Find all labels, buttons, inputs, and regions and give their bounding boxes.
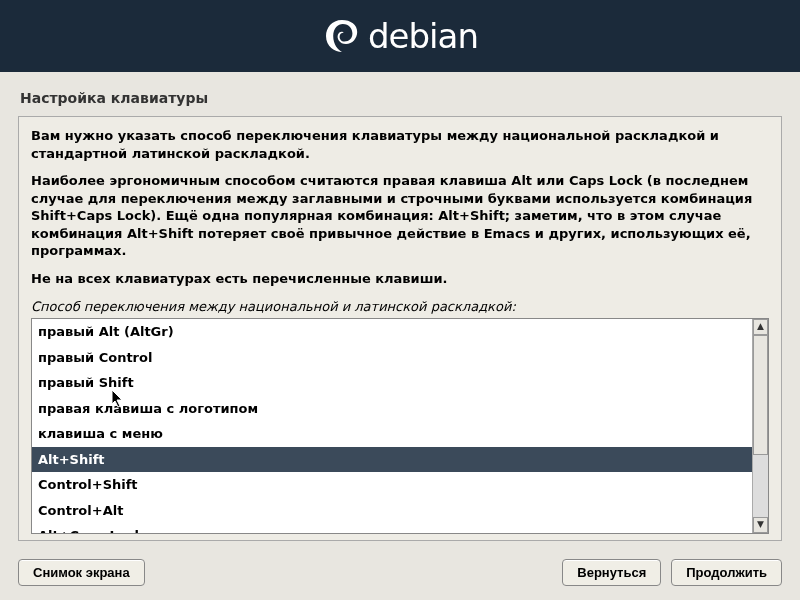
option-list[interactable]: правый Alt (AltGr)правый Controlправый S… (32, 319, 752, 533)
scrollbar[interactable]: ▲ ▼ (752, 319, 768, 533)
main-content: Настройка клавиатуры Вам нужно указать с… (0, 72, 800, 541)
scroll-thumb[interactable] (753, 335, 768, 455)
installer-header: debian (0, 0, 800, 72)
description-p2: Наиболее эргономичным способом считаются… (31, 172, 769, 260)
debian-logo: debian (322, 16, 478, 56)
footer-bar: Снимок экрана Вернуться Продолжить (0, 549, 800, 600)
scroll-up-icon[interactable]: ▲ (753, 319, 768, 335)
keyboard-config-panel: Вам нужно указать способ переключения кл… (18, 116, 782, 541)
toggle-method-list: правый Alt (AltGr)правый Controlправый S… (31, 318, 769, 534)
back-button[interactable]: Вернуться (562, 559, 661, 586)
list-item[interactable]: правый Control (32, 345, 752, 371)
list-item[interactable]: Control+Shift (32, 472, 752, 498)
description-p3: Не на всех клавиатурах есть перечисленны… (31, 270, 769, 288)
scroll-down-icon[interactable]: ▼ (753, 517, 768, 533)
list-item[interactable]: Alt+Shift (32, 447, 752, 473)
list-item[interactable]: правая клавиша с логотипом (32, 396, 752, 422)
brand-name: debian (368, 16, 478, 56)
page-title: Настройка клавиатуры (20, 90, 780, 106)
continue-button[interactable]: Продолжить (671, 559, 782, 586)
list-prompt: Способ переключения между национальной и… (31, 299, 769, 314)
list-item[interactable]: Alt+Caps Lock (32, 523, 752, 533)
screenshot-button[interactable]: Снимок экрана (18, 559, 145, 586)
list-item[interactable]: клавиша с меню (32, 421, 752, 447)
list-item[interactable]: правый Alt (AltGr) (32, 319, 752, 345)
debian-swirl-icon (322, 16, 362, 56)
list-item[interactable]: Control+Alt (32, 498, 752, 524)
description-block: Вам нужно указать способ переключения кл… (31, 127, 769, 297)
list-item[interactable]: правый Shift (32, 370, 752, 396)
description-p1: Вам нужно указать способ переключения кл… (31, 127, 769, 162)
